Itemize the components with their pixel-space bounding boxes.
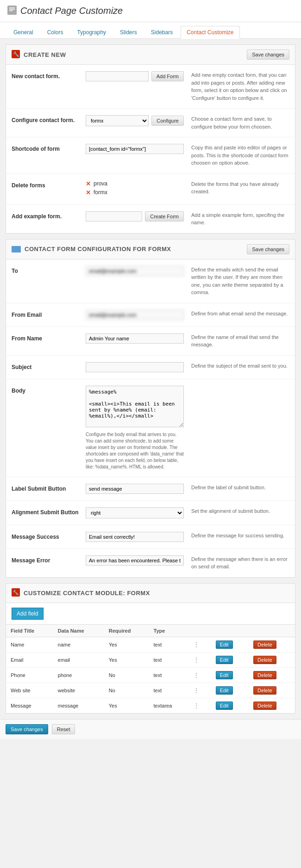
field-delete-btn[interactable]: Delete: [253, 656, 276, 664]
bottom-save-btn[interactable]: Save changes: [6, 724, 48, 734]
fields-table: Field Title Data Name Required Type Name…: [6, 624, 295, 713]
create-new-title: 🔧 CREATE NEW: [12, 50, 66, 60]
create-new-save-btn[interactable]: Save changes: [247, 49, 289, 60]
tab-sliders[interactable]: Sliders: [114, 26, 143, 38]
create-form-btn[interactable]: Create Form: [145, 211, 184, 222]
field-delete-btn[interactable]: Delete: [253, 686, 276, 695]
to-input[interactable]: [86, 266, 184, 276]
field-edit-cell: Edit: [211, 683, 249, 698]
customize-header: 🔧 CUSTOMIZE CONTACT MODULE: FORMX: [6, 584, 295, 603]
new-contact-form-input[interactable]: [86, 71, 149, 81]
from-name-input[interactable]: [86, 333, 184, 344]
add-example-form-row: Add example form. Create Form Add a simp…: [6, 205, 295, 233]
subject-input[interactable]: [86, 362, 184, 372]
body-note: Configure the body email that arrives to…: [86, 431, 184, 470]
configure-btn[interactable]: Configure: [151, 116, 184, 126]
bottom-actions: Save changes Reset: [0, 719, 301, 739]
field-type-cell: text: [149, 667, 188, 683]
field-edit-btn[interactable]: Edit: [216, 686, 233, 695]
message-success-label: Message Success: [12, 532, 86, 540]
delete-formx-label: formx: [94, 189, 107, 196]
label-submit-control: [86, 484, 184, 494]
form-config-header: CONTACT FORM CONFIGURATION FOR FORMX Sav…: [6, 240, 295, 259]
field-data-name-cell: name: [53, 637, 104, 652]
delete-prova-icon[interactable]: ✕: [86, 180, 91, 187]
add-field-btn[interactable]: Add field: [12, 608, 44, 620]
shortcode-control: [86, 144, 184, 154]
table-row: Phone phone No text ⋮ Edit Delete: [6, 667, 295, 683]
label-submit-desc: Define the label of submit button.: [191, 484, 289, 492]
label-submit-input[interactable]: [86, 484, 184, 494]
tab-contact-customize[interactable]: Contact Customize: [181, 26, 239, 39]
body-textarea[interactable]: %message% <small><i>This email is been s…: [86, 386, 184, 427]
delete-formx-icon[interactable]: ✕: [86, 189, 91, 196]
field-edit-btn[interactable]: Edit: [216, 671, 233, 679]
bottom-reset-btn[interactable]: Reset: [52, 724, 75, 734]
from-name-desc: Define the name of email that send the m…: [191, 333, 289, 349]
add-example-form-input[interactable]: [86, 211, 142, 222]
field-required-cell: No: [104, 667, 149, 683]
page-header: Contact Page Customize: [0, 0, 301, 22]
message-success-control: [86, 532, 184, 542]
to-control: [86, 266, 184, 276]
svg-text:🔧: 🔧: [13, 589, 19, 596]
field-title-cell: Name: [6, 637, 53, 652]
create-new-section: 🔧 CREATE NEW Save changes New contact fo…: [6, 44, 295, 234]
message-error-desc: Define the message when there is an erro…: [191, 555, 289, 571]
field-edit-btn[interactable]: Edit: [216, 640, 233, 649]
field-title-cell: Message: [6, 698, 53, 713]
field-data-name-cell: phone: [53, 667, 104, 683]
from-name-label: From Name: [12, 333, 86, 342]
message-error-control: [86, 555, 184, 566]
page-title: Contact Page Customize: [20, 6, 123, 16]
field-required-cell: Yes: [104, 652, 149, 667]
subject-desc: Define the subject of the email sent to …: [191, 362, 289, 370]
delete-forms-row: Delete forms ✕ prova ✕ formx Delete the …: [6, 174, 295, 205]
subject-label: Subject: [12, 362, 86, 370]
shortcode-label: Shortcode of form: [12, 144, 86, 152]
alignment-select[interactable]: left center right: [86, 507, 184, 518]
new-contact-form-desc: Add new empty contact form, that you can…: [191, 71, 289, 102]
field-delete-btn[interactable]: Delete: [253, 702, 276, 710]
customize-icon: 🔧: [12, 588, 20, 598]
field-delete-btn[interactable]: Delete: [253, 671, 276, 679]
add-example-form-label: Add example form.: [12, 211, 86, 220]
field-edit-btn[interactable]: Edit: [216, 656, 233, 664]
field-type-cell: text: [149, 683, 188, 698]
tab-typography[interactable]: Typography: [71, 26, 112, 38]
field-required-cell: No: [104, 683, 149, 698]
delete-forms-list: ✕ prova ✕ formx: [86, 180, 184, 196]
from-email-input[interactable]: [86, 310, 184, 320]
add-form-btn[interactable]: Add Form: [151, 71, 184, 81]
th-edit: [211, 624, 249, 637]
field-drag-cell: ⋮: [188, 652, 211, 667]
field-type-cell: textarea: [149, 698, 188, 713]
customize-title: 🔧 CUSTOMIZE CONTACT MODULE: FORMX: [12, 588, 150, 598]
form-config-save-btn[interactable]: Save changes: [247, 244, 289, 254]
message-success-row: Message Success Define the message for s…: [6, 525, 295, 549]
tab-sidebars[interactable]: Sidebars: [145, 26, 179, 38]
tab-colors[interactable]: Colors: [41, 26, 69, 38]
shortcode-input[interactable]: [86, 144, 184, 154]
configure-form-select[interactable]: formx: [86, 115, 149, 126]
form-config-title: CONTACT FORM CONFIGURATION FOR FORMX: [12, 246, 171, 252]
message-success-input[interactable]: [86, 532, 184, 542]
field-drag-cell: ⋮: [188, 637, 211, 652]
message-error-label: Message Error: [12, 555, 86, 564]
message-success-desc: Define the message for success sending.: [191, 532, 289, 540]
table-row: Message message Yes textarea ⋮ Edit Dele…: [6, 698, 295, 713]
field-edit-btn[interactable]: Edit: [216, 702, 233, 710]
field-type-cell: text: [149, 637, 188, 652]
blue-bar-icon: [12, 246, 21, 252]
field-edit-cell: Edit: [211, 698, 249, 713]
th-required: Required: [104, 624, 149, 637]
label-submit-label: Label Submit Button: [12, 484, 86, 492]
field-delete-btn[interactable]: Delete: [253, 640, 276, 649]
table-row: Name name Yes text ⋮ Edit Delete: [6, 637, 295, 652]
delete-form-item-1: ✕ prova: [86, 180, 184, 187]
field-edit-cell: Edit: [211, 652, 249, 667]
new-contact-form-control: Add Form: [86, 71, 184, 81]
tab-general[interactable]: General: [7, 26, 39, 38]
field-delete-cell: Delete: [249, 637, 295, 652]
message-error-input[interactable]: [86, 555, 184, 566]
